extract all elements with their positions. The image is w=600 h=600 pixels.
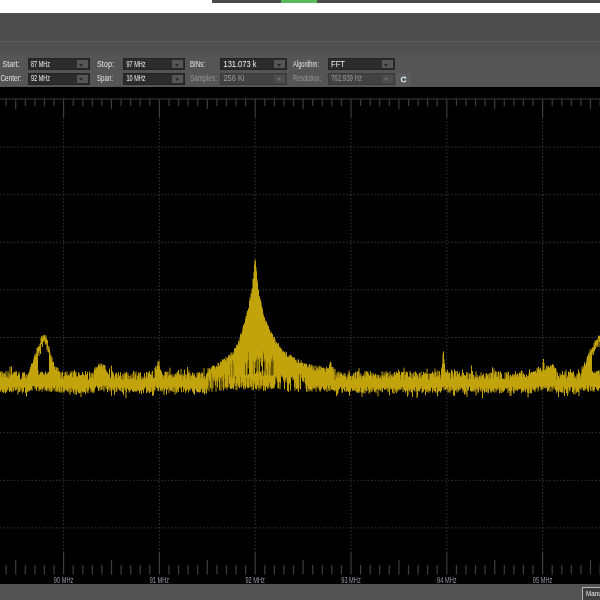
svg-text:Samples:: Samples: [190,73,217,83]
svg-text:256 Ki: 256 Ki [224,73,245,83]
svg-text:Center:: Center: [1,73,22,83]
svg-text:FFT: FFT [331,59,345,69]
svg-text:Algorithm:: Algorithm: [293,59,319,69]
svg-text:762.939 Hz: 762.939 Hz [331,73,362,83]
svg-text:Start:: Start: [3,59,20,69]
svg-text:92 MHz: 92 MHz [31,73,50,83]
svg-text:Resolution:: Resolution: [293,73,321,83]
svg-text:131.073 k: 131.073 k [224,59,258,69]
svg-text:Stop:: Stop: [97,59,114,69]
svg-text:Span:: Span: [97,73,113,83]
svg-text:10 MHz: 10 MHz [127,73,146,83]
svg-text:97 MHz: 97 MHz [127,59,146,69]
svg-text:87 MHz: 87 MHz [31,59,50,69]
svg-text:BINs:: BINs: [190,59,205,69]
